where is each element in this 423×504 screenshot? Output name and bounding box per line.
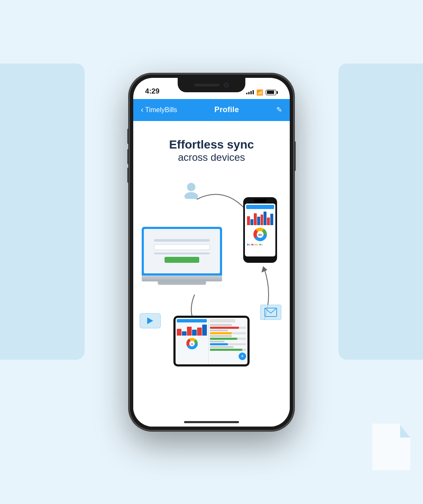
tablet-progress-section <box>210 324 246 351</box>
envelope-icon <box>264 308 277 317</box>
email-icon-decoration <box>260 305 281 320</box>
phone-chart-legend: A B C D <box>246 244 274 246</box>
back-button[interactable]: ‹ TimelyBills <box>141 105 177 114</box>
nav-bar: ‹ TimelyBills Profile ✎ <box>133 99 290 121</box>
main-content: Effortless sync across devices <box>133 121 290 427</box>
tablet-action-button: + <box>239 353 246 360</box>
camera <box>224 83 229 88</box>
bg-decoration-left <box>0 63 85 360</box>
phone-screen: 4:29 📶 ‹ Tim <box>133 78 290 427</box>
status-icons: 📶 <box>246 89 280 96</box>
wifi-icon: 📶 <box>256 89 263 96</box>
hero-section: Effortless sync across devices <box>133 121 290 172</box>
hero-title-bold: Effortless sync <box>142 138 281 151</box>
phone-app-mockup: $6k A B C D <box>243 197 277 263</box>
bg-decoration-bottom-right <box>372 424 410 470</box>
svg-marker-4 <box>261 266 267 273</box>
sync-diagram: $6k A B C D <box>133 176 290 379</box>
phone-notch <box>178 78 245 92</box>
svg-text:$6k: $6k <box>258 234 262 236</box>
user-icon <box>182 180 201 199</box>
nav-title: Profile <box>214 105 239 114</box>
signal-icon <box>246 90 254 94</box>
svg-point-1 <box>184 192 198 199</box>
phone-frame: 4:29 📶 ‹ Tim <box>129 74 294 431</box>
home-indicator <box>184 421 239 423</box>
svg-text:$: $ <box>191 343 192 345</box>
svg-point-0 <box>187 183 195 191</box>
user-avatar-icon <box>182 180 201 199</box>
speaker <box>194 84 220 86</box>
back-label: TimelyBills <box>145 106 177 114</box>
battery-icon <box>266 90 278 95</box>
hero-title-regular: across devices <box>142 151 281 163</box>
back-arrow-icon: ‹ <box>141 105 143 114</box>
status-time: 4:29 <box>143 87 159 96</box>
play-triangle-icon <box>147 317 153 324</box>
video-icon-decoration <box>140 313 161 328</box>
tablet-donut-chart: $ <box>185 337 199 350</box>
tablet-mockup: $ <box>173 316 250 366</box>
phone-chart <box>246 210 274 225</box>
bg-decoration-right <box>338 63 423 360</box>
edit-button[interactable]: ✎ <box>276 105 282 114</box>
laptop-mockup <box>142 227 222 281</box>
phone-donut-chart: $6k <box>253 227 268 242</box>
tablet-bar-chart <box>177 324 207 336</box>
